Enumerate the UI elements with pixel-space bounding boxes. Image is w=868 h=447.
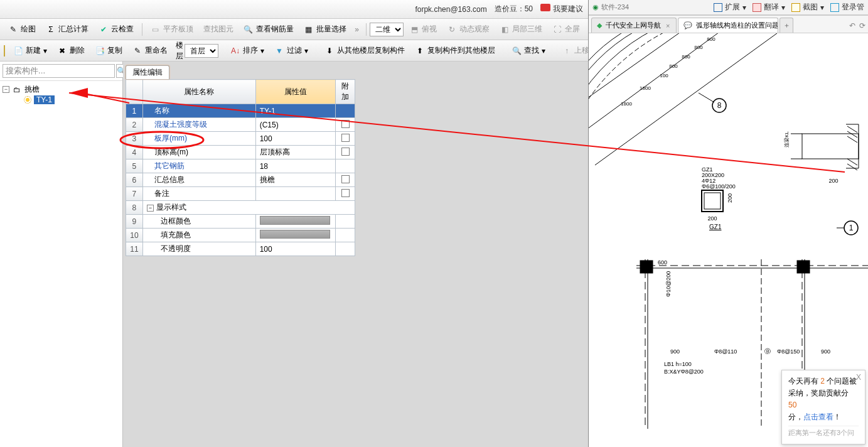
tree-panel: 🔍 − 🗀 挑檐 TY-1 bbox=[0, 62, 123, 447]
new-button[interactable]: 📄新建▾ bbox=[9, 43, 51, 58]
close-icon[interactable]: X bbox=[856, 372, 861, 384]
refresh-icon[interactable]: ⟳ bbox=[859, 21, 865, 30]
collapse-icon[interactable]: − bbox=[147, 205, 154, 212]
view-link[interactable]: 点击查看 bbox=[803, 412, 833, 421]
translate-icon bbox=[753, 3, 761, 12]
app-tab-bar: ◉ 软件-234 扩展▾ 翻译▾ 截图▾ 登录管 bbox=[589, 0, 868, 15]
svg-text:Φ8@150: Φ8@150 bbox=[777, 348, 800, 355]
floor-select[interactable]: 首层 bbox=[185, 44, 218, 58]
new-icon: 📄 bbox=[13, 46, 23, 56]
sum-button[interactable]: Σ汇总计算 bbox=[41, 21, 93, 37]
svg-rect-26 bbox=[702, 190, 723, 212]
prop-row-top-elev[interactable]: 4 顶标高(m) 层顶标高 bbox=[126, 146, 355, 159]
floor-label: 楼层 bbox=[176, 40, 183, 62]
chat-icon: 💬 bbox=[683, 21, 692, 30]
svg-text:1800: 1800 bbox=[621, 101, 632, 107]
translate-button[interactable]: 翻译▾ bbox=[753, 2, 785, 13]
checkbox[interactable] bbox=[341, 148, 350, 156]
svg-text:800: 800 bbox=[694, 45, 703, 50]
color-swatch[interactable] bbox=[260, 216, 330, 225]
svg-line-0 bbox=[589, 33, 752, 146]
fullscreen-icon: ⛶ bbox=[552, 24, 562, 35]
prop-row-name[interactable]: 1 名称 TY-1 bbox=[126, 104, 355, 118]
view-rebar-button[interactable]: 🔍查看钢筋量 bbox=[239, 21, 298, 37]
color-swatch[interactable] bbox=[260, 230, 330, 239]
tab-nav[interactable]: ◆ 千代安全上网导航 × bbox=[591, 18, 677, 33]
svg-text:900: 900 bbox=[821, 348, 830, 355]
svg-text:B:X&YΦ8@200: B:X&YΦ8@200 bbox=[664, 369, 704, 375]
login-button[interactable]: 登录管 bbox=[830, 2, 864, 13]
close-icon[interactable]: × bbox=[665, 22, 671, 30]
cube-icon: ◧ bbox=[500, 24, 510, 35]
rotate-icon: ↻ bbox=[447, 24, 457, 35]
component-tree[interactable]: − 🗀 挑檐 TY-1 bbox=[0, 81, 122, 107]
checkbox[interactable] bbox=[341, 120, 350, 128]
find-button[interactable]: 🔍查找▾ bbox=[507, 43, 550, 58]
prop-row-summary[interactable]: 6 汇总信息 挑檐 bbox=[126, 173, 355, 187]
prop-row-remark[interactable]: 7 备注 bbox=[126, 187, 355, 201]
check-icon: ✔ bbox=[99, 24, 109, 35]
col-extra: 附加 bbox=[336, 80, 355, 104]
prop-row-border[interactable]: 9 边框颜色 bbox=[126, 215, 355, 229]
tree-root[interactable]: − 🗀 挑檐 bbox=[1, 83, 121, 95]
dyn-view-button[interactable]: ↻动态观察 bbox=[442, 21, 494, 37]
batch-select-button[interactable]: ▦批量选择 bbox=[299, 21, 351, 37]
svg-text:Ⓑ: Ⓑ bbox=[764, 348, 771, 355]
app-tab-label[interactable]: 软件-234 bbox=[601, 3, 629, 12]
undo-icon[interactable]: ↶ bbox=[849, 21, 855, 30]
snapshot-button[interactable]: 截图▾ bbox=[791, 2, 824, 13]
ext-button[interactable]: 扩展▾ bbox=[714, 2, 746, 13]
more-icon[interactable]: » bbox=[355, 24, 360, 35]
prop-row-fill[interactable]: 10 填充颜色 bbox=[126, 229, 355, 242]
copy-button[interactable]: 📑复制 bbox=[90, 43, 127, 58]
checkbox[interactable] bbox=[341, 134, 350, 142]
dimension-select[interactable]: 二维 bbox=[370, 23, 404, 36]
copy-from-floor-button[interactable]: ⬇从其他楼层复制构件 bbox=[320, 43, 409, 58]
tab-question[interactable]: 💬 弧形轴线构造柱的设置问题及挑 × bbox=[678, 18, 778, 33]
grid-icon bbox=[714, 3, 722, 12]
toolbar-view: ✎绘图 Σ汇总计算 ✔云检查 ▭平齐板顶 查找图元 🔍查看钢筋量 ▦批量选择 »… bbox=[0, 19, 588, 40]
filter-button[interactable]: ▼过滤▾ bbox=[270, 43, 313, 58]
collapse-icon[interactable]: − bbox=[3, 86, 9, 93]
col-value: 属性值 bbox=[255, 80, 336, 104]
local-3d-button[interactable]: ◧局部三维 bbox=[495, 21, 547, 37]
component-icon bbox=[24, 96, 31, 104]
prop-row-opacity[interactable]: 11 不透明度 100 bbox=[126, 242, 355, 256]
svg-rect-13 bbox=[802, 134, 859, 159]
new-tab-button[interactable]: ＋ bbox=[780, 18, 793, 33]
copy-to-floor-button[interactable]: ⬆复制构件到其他楼层 bbox=[410, 43, 500, 58]
sort-button[interactable]: A↓排序▾ bbox=[226, 43, 269, 58]
feedback-link[interactable]: 我要建议 bbox=[540, 4, 583, 14]
svg-line-2 bbox=[595, 33, 777, 165]
prop-row-display-group[interactable]: 8 −显示样式 bbox=[126, 201, 355, 215]
cloud-check-button[interactable]: ✔云检查 bbox=[94, 21, 138, 37]
svg-line-19 bbox=[847, 159, 857, 165]
svg-text:800: 800 bbox=[669, 63, 678, 69]
search-input[interactable] bbox=[3, 64, 115, 78]
delete-icon: ✖ bbox=[57, 46, 67, 56]
rename-button[interactable]: ✎重命名 bbox=[128, 43, 172, 58]
prop-row-rebar[interactable]: 5 其它钢筋 18 bbox=[126, 159, 355, 173]
svg-text:900: 900 bbox=[670, 348, 680, 355]
property-table[interactable]: 属性名称 属性值 附加 1 名称 TY-1 2 混凝土强度等级 (C15) bbox=[126, 79, 355, 256]
checkbox[interactable] bbox=[341, 175, 350, 183]
drawing-canvas[interactable]: 1800 1800 100 800 800 800 800 8 bbox=[589, 33, 868, 447]
svg-text:800: 800 bbox=[682, 54, 690, 60]
browser-pane: ◉ 软件-234 扩展▾ 翻译▾ 截图▾ 登录管 ◆ 千代安全上网导航 × 💬 … bbox=[588, 0, 868, 447]
draw-button[interactable]: ✎绘图 bbox=[4, 21, 40, 37]
svg-rect-42 bbox=[640, 261, 653, 273]
property-tab[interactable]: 属性编辑 bbox=[126, 65, 169, 79]
find-view-button[interactable]: 查找图元 bbox=[199, 21, 238, 37]
prop-row-concrete[interactable]: 2 混凝土强度等级 (C15) bbox=[126, 118, 355, 132]
fullscreen-button[interactable]: ⛶全屏 bbox=[548, 21, 584, 37]
top-view-button[interactable]: ⬒俯视 bbox=[405, 21, 441, 37]
checkbox[interactable] bbox=[341, 189, 350, 197]
svg-text:600: 600 bbox=[658, 259, 667, 266]
svg-line-16 bbox=[847, 126, 857, 132]
flat-slab-button[interactable]: ▭平齐板顶 bbox=[146, 21, 198, 37]
svg-text:200: 200 bbox=[727, 193, 733, 203]
delete-button[interactable]: ✖删除 bbox=[53, 43, 89, 58]
shield-icon: ◆ bbox=[597, 21, 602, 30]
tree-item-ty1[interactable]: TY-1 bbox=[24, 95, 121, 104]
prop-row-thickness[interactable]: 3 板厚(mm) 100 bbox=[126, 132, 355, 146]
